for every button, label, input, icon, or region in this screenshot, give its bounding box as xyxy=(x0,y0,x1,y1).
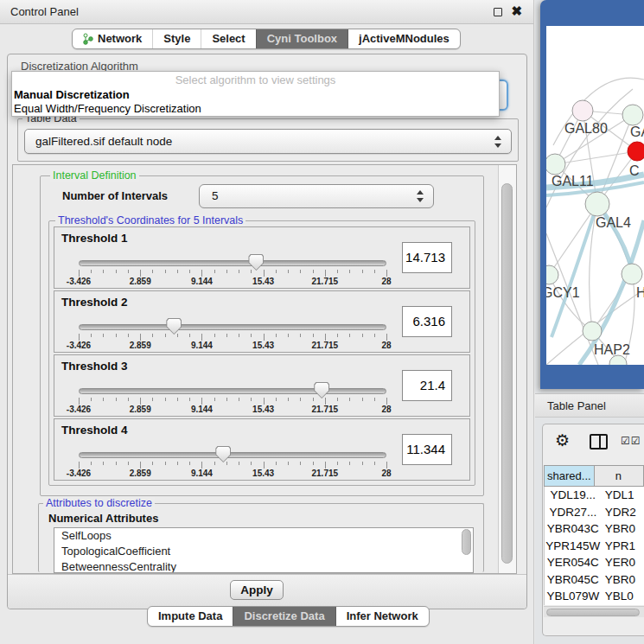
network-node-label: H xyxy=(636,285,644,300)
algorithm-option-equal-width[interactable]: Equal Width/Frequency Discretization xyxy=(12,102,499,116)
control-panel-titlebar: Control Panel ✖ xyxy=(0,0,533,24)
gear-icon[interactable]: ⚙ xyxy=(555,430,570,450)
number-of-intervals-label: Number of Intervals xyxy=(62,189,168,202)
split-columns-icon[interactable] xyxy=(590,434,608,450)
table-row[interactable]: YLR345WYLR3 xyxy=(545,605,644,606)
threshold-row: Threshold 3 -3.4262.8599.14415.4321.7152… xyxy=(54,354,470,417)
attribute-item-selfloops[interactable]: SelfLoops xyxy=(54,528,473,544)
table-panel-titlebar: Table Panel xyxy=(535,393,644,418)
network-node-gal80[interactable] xyxy=(572,100,593,121)
tab-discretize-data[interactable]: Discretize Data xyxy=(233,607,335,626)
table-row[interactable]: YBR043CYBR0 xyxy=(545,520,644,538)
cell-name[interactable]: YBL0 xyxy=(602,588,644,605)
cell-shared-name[interactable]: YBL079W xyxy=(545,588,602,605)
cell-name[interactable]: YBR0 xyxy=(602,571,644,589)
cell-name[interactable]: YLR3 xyxy=(602,605,644,606)
threshold-value-field[interactable]: 6.316 xyxy=(402,306,452,337)
column-header-name[interactable]: n xyxy=(595,465,644,487)
threshold-slider[interactable]: -3.4262.8599.14415.4321.71528 xyxy=(79,382,386,415)
table-row[interactable]: YER054CYER0 xyxy=(545,554,644,571)
cell-shared-name[interactable]: YER054C xyxy=(545,554,602,571)
cell-name[interactable]: YER0 xyxy=(602,554,644,571)
cell-shared-name[interactable]: YDR27... xyxy=(545,504,602,521)
slider-track[interactable] xyxy=(79,388,386,394)
tab-network[interactable]: Network xyxy=(73,29,152,48)
network-node-gal11[interactable] xyxy=(546,154,565,175)
tab-cyni-toolbox[interactable]: Cyni Toolbox xyxy=(256,29,348,48)
table-row[interactable]: YDL19...YDL1 xyxy=(545,487,644,504)
column-header-shared-name[interactable]: shared... xyxy=(544,465,595,487)
close-icon[interactable]: ✖ xyxy=(511,3,522,19)
network-node-gcy1[interactable] xyxy=(546,265,558,284)
slider-ticks xyxy=(79,332,386,340)
control-panel-tabs: NetworkStyleSelectCyni ToolboxjActiveMNo… xyxy=(72,29,461,49)
cell-shared-name[interactable]: YLR345W xyxy=(545,605,602,606)
tab-label: Select xyxy=(212,29,245,48)
cell-name[interactable]: YDL1 xyxy=(602,487,644,504)
tab-select[interactable]: Select xyxy=(201,29,255,48)
threshold-list: Threshold 1 -3.4262.8599.14415.4321.7152… xyxy=(54,226,470,482)
attribute-item-topologicalcoefficient[interactable]: TopologicalCoefficient xyxy=(54,544,473,559)
tab-infer-network[interactable]: Infer Network xyxy=(335,607,429,626)
threshold-value-field[interactable]: 14.713 xyxy=(402,242,452,273)
network-node-label: GAL4 xyxy=(596,215,631,230)
threshold-row: Threshold 2 -3.4262.8599.14415.4321.7152… xyxy=(54,290,470,353)
numerical-attributes-list[interactable]: SelfLoopsTopologicalCoefficientBetweenne… xyxy=(54,527,474,573)
cell-shared-name[interactable]: YBR043C xyxy=(545,520,602,538)
control-panel: Control Panel ✖ NetworkStyleSelectCyni T… xyxy=(0,0,534,644)
network-edge[interactable] xyxy=(555,151,637,164)
cell-shared-name[interactable]: YDL19... xyxy=(545,487,602,504)
threshold-slider[interactable]: -3.4262.8599.14415.4321.71528 xyxy=(79,254,386,287)
apply-button[interactable]: Apply xyxy=(230,580,284,600)
number-of-intervals-spinner[interactable]: 5 xyxy=(199,184,434,208)
number-of-intervals-value: 5 xyxy=(212,185,219,207)
control-panel-title: Control Panel xyxy=(10,0,79,23)
slider-tick-labels: -3.4262.8599.14415.4321.71528 xyxy=(79,277,386,287)
threshold-label: Threshold 1 xyxy=(61,232,128,245)
select-columns-icon[interactable]: ☑☑ xyxy=(621,435,641,447)
screen: Control Panel ✖ NetworkStyleSelectCyni T… xyxy=(0,0,644,644)
table-row[interactable]: YDR27...YDR2 xyxy=(545,504,644,521)
combo-arrows-icon xyxy=(494,136,502,148)
table-data-combobox[interactable]: galFiltered.sif default node xyxy=(24,129,512,154)
attribute-item-betweennesscentrality[interactable]: BetweennessCentrality xyxy=(54,559,473,573)
network-node-h[interactable] xyxy=(622,264,642,284)
algorithm-placeholder-option[interactable]: Select algorithm to view settings xyxy=(12,72,499,88)
slider-track[interactable] xyxy=(79,324,386,330)
network-canvas[interactable]: GAL80GACGAL11GAL4GCY1HHAP2 xyxy=(546,26,644,365)
table-row[interactable]: YBR045CYBR0 xyxy=(545,571,644,589)
network-node-c[interactable] xyxy=(628,142,644,161)
cell-name[interactable]: YDR2 xyxy=(602,504,644,521)
algorithm-option-manual[interactable]: Manual Discretization xyxy=(12,88,499,102)
table-row[interactable]: YBL079WYBL0 xyxy=(545,588,644,605)
table-hscrollbar-track[interactable] xyxy=(544,606,644,617)
threshold-slider[interactable]: -3.4262.8599.14415.4321.71528 xyxy=(79,446,386,479)
slider-tick-labels: -3.4262.8599.14415.4321.71528 xyxy=(79,405,386,415)
cell-shared-name[interactable]: YBR045C xyxy=(545,571,602,589)
threshold-value-field[interactable]: 11.344 xyxy=(402,434,452,465)
attributes-scrollbar-thumb[interactable] xyxy=(462,529,471,555)
network-node-label: HAP2 xyxy=(594,342,630,357)
cell-shared-name[interactable]: YPR145W xyxy=(545,538,602,555)
cell-name[interactable]: YBR0 xyxy=(602,520,644,538)
tab-jactivemnodules[interactable]: jActiveMNodules xyxy=(348,29,460,48)
slider-track[interactable] xyxy=(79,260,386,266)
float-window-icon[interactable] xyxy=(494,8,502,16)
network-icon xyxy=(83,33,93,45)
network-node-ga[interactable] xyxy=(622,105,643,125)
spinner-arrows-icon xyxy=(417,190,424,202)
cell-name[interactable]: YPR1 xyxy=(602,538,644,555)
scrollbar-thumb[interactable] xyxy=(501,183,513,564)
table-row[interactable]: YPR145WYPR1 xyxy=(545,538,644,555)
network-node-hap2[interactable] xyxy=(583,322,602,341)
threshold-label: Threshold 4 xyxy=(61,424,128,437)
tab-impute-data[interactable]: Impute Data xyxy=(148,607,233,626)
slider-track[interactable] xyxy=(79,452,386,458)
threshold-value-field[interactable]: 21.4 xyxy=(402,370,452,401)
network-node-gal4[interactable] xyxy=(585,192,609,216)
table-hscrollbar-thumb[interactable] xyxy=(546,609,640,616)
tab-label: Network xyxy=(98,29,142,48)
slider-ticks xyxy=(79,268,386,276)
threshold-slider[interactable]: -3.4262.8599.14415.4321.71528 xyxy=(79,318,386,351)
tab-style[interactable]: Style xyxy=(152,29,201,48)
